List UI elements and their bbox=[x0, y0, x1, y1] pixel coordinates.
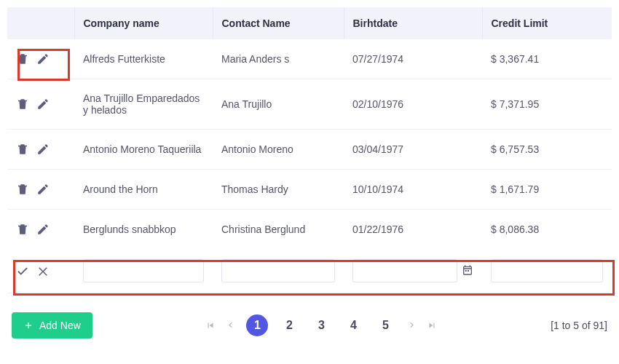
page-first-icon[interactable] bbox=[205, 320, 216, 331]
table-row: Antonio Moreno TaqueriilaAntonio Moreno0… bbox=[7, 130, 612, 170]
table-wrapper: Company name Contact Name Birhtdate Cred… bbox=[7, 7, 612, 293]
table-header-row: Company name Contact Name Birhtdate Cred… bbox=[7, 7, 612, 39]
delete-icon[interactable] bbox=[16, 52, 29, 66]
cell-birthdate: 02/10/1976 bbox=[344, 79, 482, 130]
insert-company-input[interactable] bbox=[83, 259, 204, 282]
edit-icon[interactable] bbox=[36, 223, 50, 236]
edit-icon[interactable] bbox=[36, 52, 50, 66]
page-last-icon[interactable] bbox=[427, 320, 437, 331]
cell-contact: Thomas Hardy bbox=[213, 170, 344, 210]
insert-birthdate-input[interactable] bbox=[352, 259, 457, 282]
cell-credit: $ 6,757.53 bbox=[482, 130, 612, 170]
insert-row bbox=[7, 249, 612, 293]
cell-contact: Ana Trujillo bbox=[213, 79, 344, 130]
table-row: Berglunds snabbkopChristina Berglund01/2… bbox=[7, 210, 612, 250]
cell-birthdate: 03/04/1977 bbox=[344, 130, 482, 170]
cell-credit: $ 1,671.79 bbox=[482, 170, 612, 210]
page-5[interactable]: 5 bbox=[374, 319, 396, 332]
insert-credit-input[interactable] bbox=[491, 259, 603, 282]
delete-icon[interactable] bbox=[16, 143, 29, 156]
data-table: Company name Contact Name Birhtdate Cred… bbox=[7, 7, 612, 293]
page-range: [1 to 5 of 91] bbox=[551, 320, 607, 331]
cell-birthdate: 07/27/1974 bbox=[344, 39, 482, 79]
add-new-label: Add New bbox=[39, 320, 81, 331]
edit-icon[interactable] bbox=[36, 183, 50, 196]
cell-company: Antonio Moreno Taqueriila bbox=[74, 130, 213, 170]
col-company[interactable]: Company name bbox=[74, 7, 213, 39]
calendar-icon[interactable] bbox=[462, 264, 473, 278]
add-new-button[interactable]: Add New bbox=[12, 312, 92, 339]
pager: 12345 bbox=[205, 314, 437, 336]
cell-credit: $ 7,371.95 bbox=[482, 79, 612, 130]
cell-contact: Christina Berglund bbox=[213, 210, 344, 250]
cell-credit: $ 8,086.38 bbox=[482, 210, 612, 250]
page-1[interactable]: 1 bbox=[246, 314, 268, 336]
edit-icon[interactable] bbox=[36, 98, 50, 111]
page-4[interactable]: 4 bbox=[342, 319, 364, 332]
cell-credit: $ 3,367.41 bbox=[482, 39, 612, 79]
table-row: Around the HornThomas Hardy10/10/1974$ 1… bbox=[7, 170, 612, 210]
col-contact[interactable]: Contact Name bbox=[213, 7, 344, 39]
table-row: Alfreds FutterkisteMaria Anders s07/27/1… bbox=[7, 39, 612, 79]
cell-birthdate: 10/10/1974 bbox=[344, 170, 482, 210]
cell-company: Alfreds Futterkiste bbox=[74, 39, 213, 79]
delete-icon[interactable] bbox=[16, 98, 29, 111]
cell-company: Berglunds snabbkop bbox=[74, 210, 213, 250]
cell-birthdate: 01/22/1976 bbox=[344, 210, 482, 250]
cancel-icon[interactable] bbox=[36, 264, 50, 277]
cell-company: Around the Horn bbox=[74, 170, 213, 210]
plus-icon bbox=[23, 320, 33, 331]
edit-icon[interactable] bbox=[36, 143, 50, 156]
table-row: Ana Trujillo Emparedados y heladosAna Tr… bbox=[7, 79, 612, 130]
confirm-icon[interactable] bbox=[16, 264, 29, 277]
delete-icon[interactable] bbox=[16, 183, 29, 196]
cell-contact: Maria Anders s bbox=[213, 39, 344, 79]
page-prev-icon[interactable] bbox=[226, 320, 236, 331]
page-next-icon[interactable] bbox=[406, 320, 417, 331]
col-credit[interactable]: Credit Limit bbox=[482, 7, 612, 39]
page-2[interactable]: 2 bbox=[278, 319, 300, 332]
table-footer: Add New 12345 [1 to 5 of 91] bbox=[7, 312, 612, 339]
cell-contact: Antonio Moreno bbox=[213, 130, 344, 170]
page-3[interactable]: 3 bbox=[310, 319, 332, 332]
cell-company: Ana Trujillo Emparedados y helados bbox=[74, 79, 213, 130]
delete-icon[interactable] bbox=[16, 223, 29, 236]
col-actions bbox=[7, 7, 74, 39]
col-birthdate[interactable]: Birhtdate bbox=[344, 7, 482, 39]
insert-contact-input[interactable] bbox=[221, 259, 335, 282]
